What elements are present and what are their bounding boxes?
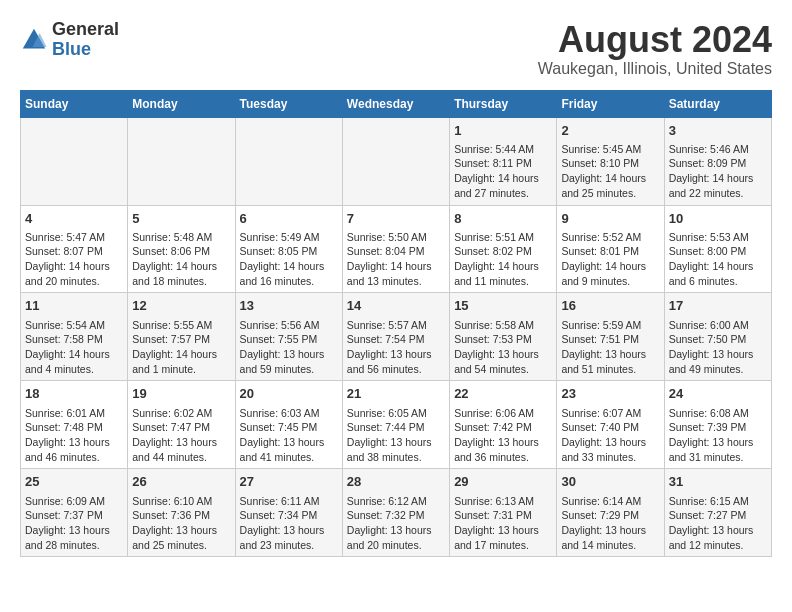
calendar-day-header: Tuesday: [235, 90, 342, 117]
calendar-day-header: Friday: [557, 90, 664, 117]
calendar-day-cell: 20Sunrise: 6:03 AM Sunset: 7:45 PM Dayli…: [235, 381, 342, 469]
calendar-day-cell: 3Sunrise: 5:46 AM Sunset: 8:09 PM Daylig…: [664, 117, 771, 205]
day-number: 4: [25, 210, 123, 228]
day-number: 28: [347, 473, 445, 491]
day-number: 20: [240, 385, 338, 403]
day-info: Sunrise: 5:54 AM Sunset: 7:58 PM Dayligh…: [25, 318, 123, 377]
calendar-day-cell: [21, 117, 128, 205]
calendar-week-row: 11Sunrise: 5:54 AM Sunset: 7:58 PM Dayli…: [21, 293, 772, 381]
calendar-day-cell: 27Sunrise: 6:11 AM Sunset: 7:34 PM Dayli…: [235, 469, 342, 557]
calendar-table: SundayMondayTuesdayWednesdayThursdayFrid…: [20, 90, 772, 558]
page-title: August 2024: [538, 20, 772, 60]
day-number: 11: [25, 297, 123, 315]
calendar-header-row: SundayMondayTuesdayWednesdayThursdayFrid…: [21, 90, 772, 117]
calendar-day-cell: 6Sunrise: 5:49 AM Sunset: 8:05 PM Daylig…: [235, 205, 342, 293]
day-info: Sunrise: 5:58 AM Sunset: 7:53 PM Dayligh…: [454, 318, 552, 377]
calendar-day-cell: 11Sunrise: 5:54 AM Sunset: 7:58 PM Dayli…: [21, 293, 128, 381]
day-info: Sunrise: 6:11 AM Sunset: 7:34 PM Dayligh…: [240, 494, 338, 553]
day-info: Sunrise: 6:00 AM Sunset: 7:50 PM Dayligh…: [669, 318, 767, 377]
day-info: Sunrise: 5:46 AM Sunset: 8:09 PM Dayligh…: [669, 142, 767, 201]
calendar-week-row: 25Sunrise: 6:09 AM Sunset: 7:37 PM Dayli…: [21, 469, 772, 557]
day-number: 9: [561, 210, 659, 228]
day-info: Sunrise: 6:10 AM Sunset: 7:36 PM Dayligh…: [132, 494, 230, 553]
calendar-day-cell: [235, 117, 342, 205]
calendar-day-cell: 25Sunrise: 6:09 AM Sunset: 7:37 PM Dayli…: [21, 469, 128, 557]
calendar-day-header: Wednesday: [342, 90, 449, 117]
day-info: Sunrise: 5:50 AM Sunset: 8:04 PM Dayligh…: [347, 230, 445, 289]
day-number: 24: [669, 385, 767, 403]
day-info: Sunrise: 5:59 AM Sunset: 7:51 PM Dayligh…: [561, 318, 659, 377]
calendar-day-cell: 21Sunrise: 6:05 AM Sunset: 7:44 PM Dayli…: [342, 381, 449, 469]
day-number: 2: [561, 122, 659, 140]
day-number: 10: [669, 210, 767, 228]
day-info: Sunrise: 5:57 AM Sunset: 7:54 PM Dayligh…: [347, 318, 445, 377]
day-number: 7: [347, 210, 445, 228]
day-info: Sunrise: 6:15 AM Sunset: 7:27 PM Dayligh…: [669, 494, 767, 553]
calendar-day-cell: 23Sunrise: 6:07 AM Sunset: 7:40 PM Dayli…: [557, 381, 664, 469]
calendar-day-cell: 13Sunrise: 5:56 AM Sunset: 7:55 PM Dayli…: [235, 293, 342, 381]
day-info: Sunrise: 6:05 AM Sunset: 7:44 PM Dayligh…: [347, 406, 445, 465]
calendar-week-row: 18Sunrise: 6:01 AM Sunset: 7:48 PM Dayli…: [21, 381, 772, 469]
calendar-day-cell: [128, 117, 235, 205]
calendar-day-cell: 12Sunrise: 5:55 AM Sunset: 7:57 PM Dayli…: [128, 293, 235, 381]
logo-text: General Blue: [52, 20, 119, 60]
day-info: Sunrise: 6:13 AM Sunset: 7:31 PM Dayligh…: [454, 494, 552, 553]
calendar-day-cell: 22Sunrise: 6:06 AM Sunset: 7:42 PM Dayli…: [450, 381, 557, 469]
day-number: 12: [132, 297, 230, 315]
day-number: 22: [454, 385, 552, 403]
day-number: 30: [561, 473, 659, 491]
day-number: 21: [347, 385, 445, 403]
day-number: 29: [454, 473, 552, 491]
calendar-day-cell: 1Sunrise: 5:44 AM Sunset: 8:11 PM Daylig…: [450, 117, 557, 205]
calendar-day-cell: 4Sunrise: 5:47 AM Sunset: 8:07 PM Daylig…: [21, 205, 128, 293]
calendar-day-cell: 9Sunrise: 5:52 AM Sunset: 8:01 PM Daylig…: [557, 205, 664, 293]
day-info: Sunrise: 5:53 AM Sunset: 8:00 PM Dayligh…: [669, 230, 767, 289]
day-info: Sunrise: 5:49 AM Sunset: 8:05 PM Dayligh…: [240, 230, 338, 289]
day-number: 15: [454, 297, 552, 315]
day-number: 31: [669, 473, 767, 491]
day-number: 19: [132, 385, 230, 403]
calendar-day-cell: 7Sunrise: 5:50 AM Sunset: 8:04 PM Daylig…: [342, 205, 449, 293]
logo: General Blue: [20, 20, 119, 60]
day-info: Sunrise: 6:01 AM Sunset: 7:48 PM Dayligh…: [25, 406, 123, 465]
day-number: 23: [561, 385, 659, 403]
page-header: General Blue August 2024 Waukegan, Illin…: [20, 20, 772, 78]
calendar-day-cell: 5Sunrise: 5:48 AM Sunset: 8:06 PM Daylig…: [128, 205, 235, 293]
day-number: 8: [454, 210, 552, 228]
day-number: 5: [132, 210, 230, 228]
day-info: Sunrise: 5:56 AM Sunset: 7:55 PM Dayligh…: [240, 318, 338, 377]
day-info: Sunrise: 6:12 AM Sunset: 7:32 PM Dayligh…: [347, 494, 445, 553]
calendar-day-cell: 31Sunrise: 6:15 AM Sunset: 7:27 PM Dayli…: [664, 469, 771, 557]
day-number: 3: [669, 122, 767, 140]
calendar-week-row: 1Sunrise: 5:44 AM Sunset: 8:11 PM Daylig…: [21, 117, 772, 205]
day-info: Sunrise: 6:03 AM Sunset: 7:45 PM Dayligh…: [240, 406, 338, 465]
calendar-day-header: Sunday: [21, 90, 128, 117]
calendar-day-cell: 26Sunrise: 6:10 AM Sunset: 7:36 PM Dayli…: [128, 469, 235, 557]
calendar-day-cell: 30Sunrise: 6:14 AM Sunset: 7:29 PM Dayli…: [557, 469, 664, 557]
day-info: Sunrise: 5:51 AM Sunset: 8:02 PM Dayligh…: [454, 230, 552, 289]
day-info: Sunrise: 5:52 AM Sunset: 8:01 PM Dayligh…: [561, 230, 659, 289]
day-info: Sunrise: 6:09 AM Sunset: 7:37 PM Dayligh…: [25, 494, 123, 553]
day-info: Sunrise: 6:06 AM Sunset: 7:42 PM Dayligh…: [454, 406, 552, 465]
calendar-day-cell: 8Sunrise: 5:51 AM Sunset: 8:02 PM Daylig…: [450, 205, 557, 293]
calendar-day-cell: 19Sunrise: 6:02 AM Sunset: 7:47 PM Dayli…: [128, 381, 235, 469]
calendar-day-cell: 15Sunrise: 5:58 AM Sunset: 7:53 PM Dayli…: [450, 293, 557, 381]
day-number: 6: [240, 210, 338, 228]
calendar-day-header: Monday: [128, 90, 235, 117]
title-block: August 2024 Waukegan, Illinois, United S…: [538, 20, 772, 78]
logo-icon: [20, 26, 48, 54]
calendar-day-cell: 14Sunrise: 5:57 AM Sunset: 7:54 PM Dayli…: [342, 293, 449, 381]
day-info: Sunrise: 6:08 AM Sunset: 7:39 PM Dayligh…: [669, 406, 767, 465]
day-number: 18: [25, 385, 123, 403]
calendar-day-cell: 16Sunrise: 5:59 AM Sunset: 7:51 PM Dayli…: [557, 293, 664, 381]
calendar-day-header: Saturday: [664, 90, 771, 117]
day-number: 1: [454, 122, 552, 140]
day-info: Sunrise: 5:45 AM Sunset: 8:10 PM Dayligh…: [561, 142, 659, 201]
day-info: Sunrise: 5:55 AM Sunset: 7:57 PM Dayligh…: [132, 318, 230, 377]
day-number: 17: [669, 297, 767, 315]
calendar-day-cell: [342, 117, 449, 205]
calendar-day-header: Thursday: [450, 90, 557, 117]
calendar-day-cell: 18Sunrise: 6:01 AM Sunset: 7:48 PM Dayli…: [21, 381, 128, 469]
calendar-day-cell: 24Sunrise: 6:08 AM Sunset: 7:39 PM Dayli…: [664, 381, 771, 469]
day-number: 13: [240, 297, 338, 315]
